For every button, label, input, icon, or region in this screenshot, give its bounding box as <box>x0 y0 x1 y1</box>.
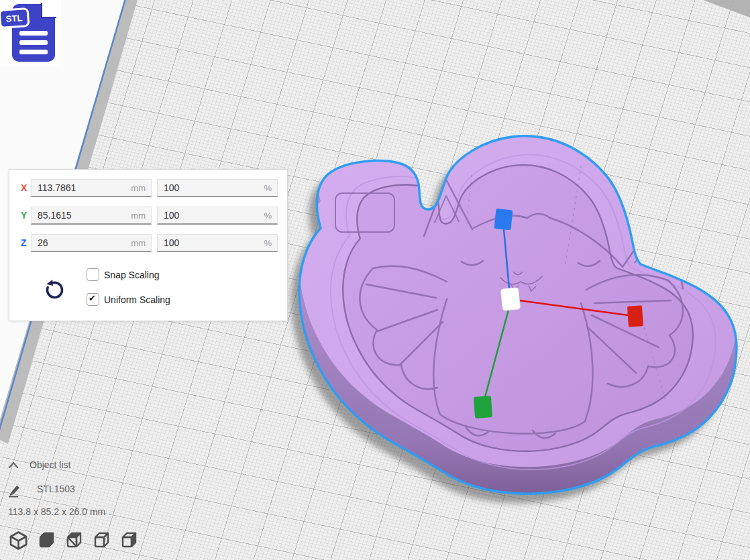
object-dimensions: 113.8 x 85.2 x 26.0 mm <box>8 506 105 517</box>
view-left-button[interactable] <box>91 530 111 551</box>
axis-label-y: Y <box>21 210 32 221</box>
view-front-icon <box>36 530 56 551</box>
camera-view-toolbar <box>8 530 139 553</box>
reset-scale-button[interactable] <box>43 279 66 302</box>
scale-row-x: X mm % <box>9 179 287 197</box>
scale-handle-uniform[interactable] <box>500 288 520 311</box>
axis-label-x: X <box>21 182 32 193</box>
view-left-icon <box>91 530 111 551</box>
pencil-icon <box>7 484 23 498</box>
scale-z-percent-input[interactable] <box>158 235 277 251</box>
object-name: STL1503 <box>37 484 75 494</box>
axis-label-z: Z <box>21 237 32 248</box>
scale-x-percent-field: % <box>157 179 278 197</box>
view-top-button[interactable] <box>63 530 84 551</box>
view-3d-icon <box>8 530 29 551</box>
scale-z-percent-field: % <box>157 234 278 252</box>
view-right-button[interactable] <box>118 530 139 551</box>
scale-row-y: Y mm % <box>9 207 287 225</box>
scale-x-percent-input[interactable] <box>158 180 277 196</box>
rotate-ccw-icon <box>43 279 66 302</box>
scale-x-mm-input[interactable] <box>32 180 151 196</box>
scale-z-mm-field: mm <box>31 234 152 252</box>
scale-y-mm-input[interactable] <box>32 207 151 223</box>
scale-row-z: Z mm % <box>9 234 287 252</box>
svg-text:STL: STL <box>5 13 23 24</box>
scale-y-percent-input[interactable] <box>158 207 277 223</box>
scale-y-mm-field: mm <box>31 207 152 225</box>
object-list-title: Object list <box>30 459 70 470</box>
stl-file-badge: STL <box>0 0 61 66</box>
view-front-button[interactable] <box>36 530 56 551</box>
scale-x-mm-field: mm <box>31 179 152 197</box>
scale-z-mm-input[interactable] <box>32 235 151 251</box>
scale-tool-panel: X mm % Y mm % Z mm % <box>9 169 288 321</box>
chevron-up-icon <box>7 459 20 470</box>
scale-y-percent-field: % <box>157 207 278 225</box>
view-right-icon <box>118 530 139 551</box>
view-3d-button[interactable] <box>8 530 29 551</box>
snap-scaling-label: Snap Scaling <box>104 270 160 280</box>
stl-label-tag: STL <box>0 9 29 28</box>
scale-handle-y[interactable] <box>474 396 492 418</box>
off-plate-corner <box>703 0 750 17</box>
uniform-scaling-checkbox[interactable] <box>87 293 99 306</box>
uniform-scaling-label: Uniform Scaling <box>104 294 170 305</box>
object-list-item[interactable]: STL1503 <box>7 484 23 497</box>
scale-handle-x[interactable] <box>627 305 643 327</box>
object-list-header[interactable]: Object list <box>7 459 20 473</box>
cura-3d-viewport: { "file_badge": { "label": "STL", "color… <box>0 0 750 560</box>
view-top-icon <box>63 530 84 551</box>
scale-handle-z[interactable] <box>494 209 513 230</box>
snap-scaling-checkbox[interactable] <box>87 268 99 281</box>
